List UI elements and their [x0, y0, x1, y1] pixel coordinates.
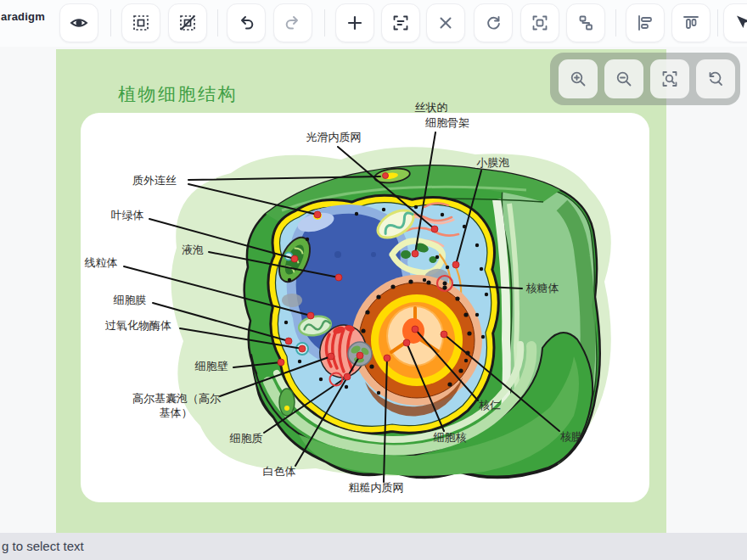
scan-text-icon: [390, 13, 411, 33]
eye-icon: [69, 13, 89, 33]
toolbar-divider: [717, 9, 718, 36]
label-golgi-1[interactable]: 高尔基囊泡（高尔: [132, 392, 221, 405]
label-cytoskeleton-2[interactable]: 细胞骨架: [425, 116, 469, 129]
app-window: 植物细胞结构: [0, 0, 747, 560]
zoom-to-fit-button[interactable]: [650, 59, 689, 98]
label-cytoskeleton-1[interactable]: 丝状的: [415, 101, 448, 114]
label-cytoplasm[interactable]: 细胞质: [230, 432, 263, 445]
align-top-button[interactable]: [671, 3, 710, 42]
label-leucoplast[interactable]: 白色体: [263, 465, 296, 478]
status-text: g to select text: [2, 533, 84, 560]
label-small-vesicle[interactable]: 小膜泡: [476, 156, 510, 169]
label-nuclear-membrane[interactable]: 核膜: [560, 430, 582, 443]
label-rough-er[interactable]: 粗糙内质网: [349, 481, 404, 494]
zoom-in-icon: [568, 69, 588, 89]
toolbar-divider: [615, 9, 616, 36]
toolbar: aradigm: [0, 0, 747, 47]
label-cell-wall[interactable]: 细胞壁: [195, 360, 228, 372]
cursor-icon: [733, 13, 747, 33]
select-area-button[interactable]: [121, 3, 160, 42]
undo-button[interactable]: [227, 3, 266, 42]
scan-text-button[interactable]: [381, 3, 420, 42]
focus-selection-button[interactable]: [520, 3, 559, 42]
label-cell-membrane[interactable]: 细胞膜: [114, 294, 147, 306]
storage-granule: [282, 294, 302, 307]
refresh-icon: [483, 13, 503, 33]
label-ribosome[interactable]: 核糖体: [526, 282, 559, 294]
zoom-out-button[interactable]: [604, 59, 643, 98]
refresh-button[interactable]: [474, 3, 513, 42]
toolbar-divider: [217, 9, 218, 36]
align-left-button[interactable]: [626, 3, 665, 42]
redo-button[interactable]: [273, 3, 312, 42]
shapes-icon: [576, 13, 596, 33]
align-left-icon: [635, 13, 655, 33]
label-plasmodesmata[interactable]: 质外连丝: [132, 174, 177, 187]
add-icon: [345, 13, 365, 33]
shapes-button[interactable]: [566, 3, 605, 42]
select-area-icon: [131, 13, 151, 33]
zoom-out-icon: [614, 69, 634, 89]
deselect-area-button[interactable]: [168, 3, 207, 42]
app-logo: aradigm: [1, 10, 45, 23]
label-golgi-2[interactable]: 基体）: [160, 406, 193, 419]
toolbar-divider: [110, 9, 111, 36]
zoom-in-button[interactable]: [559, 59, 598, 98]
focus-selection-icon: [530, 13, 550, 33]
label-peroxisome[interactable]: 过氧化物酶体: [105, 319, 171, 332]
status-bar: g to select text: [0, 533, 747, 560]
zoom-reset-button[interactable]: [696, 59, 735, 98]
label-smooth-er[interactable]: 光滑内质网: [306, 131, 362, 143]
toolbar-divider: [324, 9, 325, 36]
redo-icon: [283, 13, 303, 33]
label-nucleus[interactable]: 细胞核: [434, 431, 467, 444]
label-mitochondria[interactable]: 线粒体: [85, 256, 118, 269]
ribosome-callout-dot: [443, 282, 447, 286]
deselect-area-icon: [177, 13, 198, 33]
zoom-to-fit-icon: [660, 69, 680, 89]
label-vacuole[interactable]: 液泡: [182, 244, 204, 256]
add-button[interactable]: [335, 3, 374, 42]
undo-icon: [236, 13, 256, 33]
close-button[interactable]: [426, 3, 465, 42]
align-top-icon: [681, 13, 701, 33]
close-icon: [435, 13, 456, 33]
label-nucleolus[interactable]: 核仁: [479, 399, 501, 412]
eye-button[interactable]: [59, 3, 98, 42]
cursor-button[interactable]: [723, 3, 747, 42]
wall-oval: [279, 389, 295, 416]
zoom-reset-icon: [705, 69, 726, 89]
zoom-controls: [550, 53, 740, 105]
label-chloroplast[interactable]: 叶绿体: [111, 209, 144, 221]
